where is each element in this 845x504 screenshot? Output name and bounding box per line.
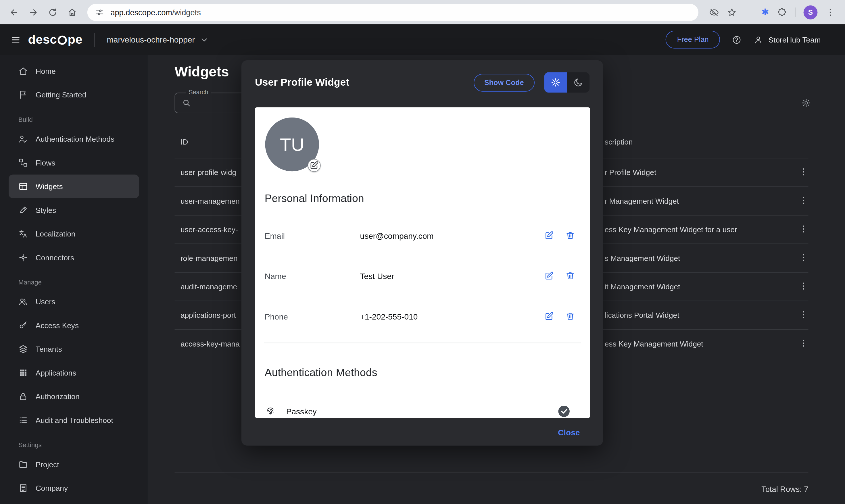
show-code-button[interactable]: Show Code [473,74,535,91]
authentication-methods-heading: Authentication Methods [265,366,377,379]
chrome-divider [795,7,795,17]
field-row-name: Name Test User [265,269,575,283]
sidebar-item-flows[interactable]: Flows [8,151,139,175]
sidebar-item-access-keys[interactable]: Access Keys [8,313,139,337]
browser-chrome: app.descope.com/widgets ✱ S [0,0,845,24]
descope-logo[interactable]: descpe [28,33,83,47]
sidebar-item-widgets[interactable]: Widgets [8,175,139,199]
free-plan-badge[interactable]: Free Plan [666,31,720,49]
sidebar-section-settings: Settings [0,432,148,453]
project-selector[interactable]: marvelous-ochre-hopper [107,35,209,44]
browser-back-button[interactable] [5,3,23,21]
row-menu-kebab-icon[interactable] [799,339,809,348]
row-menu-kebab-icon[interactable] [799,253,809,262]
cell-description: r Profile Widget [605,168,656,177]
sidebar-item-authentication-methods[interactable]: Authentication Methods [8,127,139,151]
browser-forward-button[interactable] [25,3,42,21]
gear-icon [801,98,811,108]
browser-profile-avatar[interactable]: S [804,5,818,19]
sidebar-item-home[interactable]: Home [8,59,139,83]
reload-icon [48,7,58,17]
row-menu-kebab-icon[interactable] [799,310,809,320]
logo-text-suffix: pe [68,33,83,47]
row-menu-kebab-icon[interactable] [799,281,809,291]
sidebar-item-applications[interactable]: Applications [8,361,139,385]
close-button[interactable]: Close [558,428,580,437]
hamburger-icon [11,35,21,44]
sidebar-item-project[interactable]: Project [8,453,139,476]
dark-theme-button[interactable] [567,72,590,92]
sidebar-item-users[interactable]: Users [8,290,139,314]
cell-description: lications Portal Widget [605,311,680,320]
extension-asterisk-icon[interactable]: ✱ [761,7,769,17]
edit-icon[interactable] [544,271,554,281]
table-settings-button[interactable] [801,98,811,108]
project-name: marvelous-ochre-hopper [107,35,195,44]
app-topbar: descpe marvelous-ochre-hopper Free Plan … [0,24,845,55]
cell-description: r Management Widget [605,197,679,205]
field-label: Name [265,271,360,281]
modal-header: User Profile Widget Show Code [241,60,603,93]
eye-off-icon[interactable] [709,7,719,17]
cell-description: ess Key Management Widget [605,339,703,348]
avatar-edit-button[interactable] [308,159,321,172]
site-settings-icon [95,7,105,17]
extensions-puzzle-icon[interactable] [777,7,787,17]
delete-icon[interactable] [565,231,575,240]
sidebar-item-styles[interactable]: Styles [8,198,139,222]
sidebar-item-authorization[interactable]: Authorization [8,385,139,409]
cell-description: it Management Widget [605,283,680,291]
sidebar-item-connectors[interactable]: Connectors [8,246,139,270]
sidebar-toggle-button[interactable] [11,35,21,44]
cell-id: user-managemen [180,197,240,205]
list-icon [18,415,28,425]
field-value: +1-202-555-010 [360,312,544,321]
forward-arrow-icon [29,7,38,17]
sidebar-item-label: Connectors [36,253,74,262]
help-icon[interactable] [732,35,741,44]
bookmark-star-icon[interactable] [727,7,737,17]
account-icon[interactable] [753,35,763,44]
sidebar-item-label: Authentication Methods [36,135,114,143]
delete-icon[interactable] [565,311,575,321]
sidebar-item-label: Audit and Troubleshoot [36,416,113,425]
sidebar-item-getting-started[interactable]: Getting Started [8,83,139,107]
row-menu-kebab-icon[interactable] [799,224,809,234]
sidebar-item-audit-and-troubleshoot[interactable]: Audit and Troubleshoot [8,408,139,432]
chevron-down-icon [199,35,209,44]
team-name: StoreHub Team [769,35,821,44]
theme-toggle [544,72,590,92]
browser-home-button[interactable] [64,3,81,21]
sidebar-item-company[interactable]: Company [8,476,139,500]
sidebar-section-build: Build [0,107,148,127]
sidebar: Home Getting Started Build Authenticatio… [0,55,148,504]
sidebar-item-localization[interactable]: Localization [8,222,139,246]
field-value: user@company.com [360,231,544,240]
sidebar-item-label: Access Keys [36,321,79,330]
cell-description: ess Key Management Widget for a user [605,225,737,234]
back-arrow-icon [9,7,19,17]
lock-icon [18,392,28,401]
edit-icon[interactable] [544,311,554,321]
edit-icon[interactable] [544,231,554,240]
widget-preview-panel: TU Personal Information Email user@compa… [255,107,590,418]
layers-icon [18,344,28,354]
browser-reload-button[interactable] [44,3,61,21]
user-profile-widget-modal: User Profile Widget Show Code TU Persona… [241,60,603,446]
light-theme-button[interactable] [544,72,567,92]
sidebar-item-tenants[interactable]: Tenants [8,337,139,361]
row-menu-kebab-icon[interactable] [799,167,809,177]
address-bar[interactable]: app.descope.com/widgets [87,3,698,21]
sidebar-item-label: Tenants [36,345,62,354]
auth-method-row-passkey: Passkey [266,404,575,418]
topbar-divider [94,33,95,47]
browser-menu-kebab-icon[interactable] [826,7,835,17]
delete-icon[interactable] [565,271,575,281]
field-row-phone: Phone +1-202-555-010 [265,309,575,323]
flag-icon [18,90,28,100]
sidebar-item-label: Authorization [36,392,79,401]
row-menu-kebab-icon[interactable] [799,196,809,205]
browser-actions: ✱ S [705,5,840,19]
field-row-email: Email user@company.com [265,229,575,242]
column-header-description: scription [605,137,633,146]
